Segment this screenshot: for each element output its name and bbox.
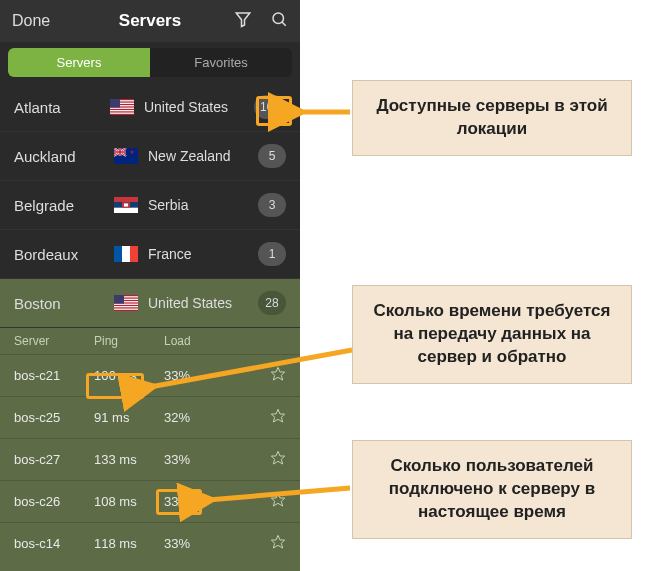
server-name: bos-c14 bbox=[14, 536, 94, 551]
flag-icon bbox=[110, 99, 134, 115]
flag-icon bbox=[114, 246, 138, 262]
server-ping: 133 ms bbox=[94, 452, 164, 467]
svg-rect-25 bbox=[114, 304, 138, 305]
location-row[interactable]: Bordeaux France 1 bbox=[0, 230, 300, 279]
svg-marker-31 bbox=[271, 451, 284, 464]
svg-point-1 bbox=[273, 13, 284, 24]
location-city: Boston bbox=[14, 295, 114, 312]
callout-available-servers: Доступные серверы в этой локации bbox=[352, 80, 632, 156]
svg-rect-20 bbox=[130, 246, 138, 262]
flag-icon bbox=[114, 148, 138, 164]
server-ping: 108 ms bbox=[94, 494, 164, 509]
svg-rect-9 bbox=[110, 113, 134, 114]
server-row[interactable]: bos-c14 118 ms 33% bbox=[0, 522, 300, 564]
highlight-ping bbox=[86, 373, 144, 399]
location-list: Atlanta United States 100 Auckland New Z… bbox=[0, 83, 300, 328]
server-count-badge: 1 bbox=[258, 242, 286, 266]
arrow-3 bbox=[200, 478, 355, 512]
svg-rect-8 bbox=[110, 110, 134, 111]
server-ping: 118 ms bbox=[94, 536, 164, 551]
svg-marker-30 bbox=[271, 409, 284, 422]
filter-icon[interactable] bbox=[234, 10, 252, 32]
svg-rect-10 bbox=[110, 99, 120, 108]
svg-marker-0 bbox=[236, 13, 250, 27]
svg-rect-17 bbox=[124, 204, 128, 207]
server-count-badge: 28 bbox=[258, 291, 286, 315]
server-name: bos-c21 bbox=[14, 368, 94, 383]
svg-line-37 bbox=[150, 350, 352, 387]
server-load: 33% bbox=[164, 452, 224, 467]
svg-marker-33 bbox=[271, 535, 284, 548]
svg-rect-7 bbox=[110, 108, 134, 109]
svg-rect-15 bbox=[114, 208, 138, 213]
svg-rect-26 bbox=[114, 306, 138, 307]
server-name: bos-c27 bbox=[14, 452, 94, 467]
location-city: Belgrade bbox=[14, 197, 114, 214]
server-count-badge: 5 bbox=[258, 144, 286, 168]
location-country: New Zealand bbox=[148, 148, 258, 164]
tab-servers[interactable]: Servers bbox=[8, 48, 150, 77]
done-button[interactable]: Done bbox=[12, 12, 50, 30]
location-country: United States bbox=[148, 295, 258, 311]
svg-rect-19 bbox=[122, 246, 130, 262]
location-country: Serbia bbox=[148, 197, 258, 213]
highlight-server-count bbox=[256, 96, 292, 126]
server-count-badge: 3 bbox=[258, 193, 286, 217]
location-city: Bordeaux bbox=[14, 246, 114, 263]
location-row-expanded[interactable]: Boston United States 28 bbox=[0, 279, 300, 328]
server-ping: 91 ms bbox=[94, 410, 164, 425]
arrow-2 bbox=[142, 345, 357, 399]
search-icon[interactable] bbox=[270, 10, 288, 32]
location-row[interactable]: Belgrade Serbia 3 bbox=[0, 181, 300, 230]
location-city: Auckland bbox=[14, 148, 114, 165]
location-country: United States bbox=[144, 99, 254, 115]
col-server: Server bbox=[14, 334, 94, 348]
server-load: 32% bbox=[164, 410, 224, 425]
page-title: Servers bbox=[119, 11, 181, 31]
svg-rect-18 bbox=[114, 246, 122, 262]
tab-favorites[interactable]: Favorites bbox=[150, 48, 292, 77]
server-row[interactable]: bos-c27 133 ms 33% bbox=[0, 438, 300, 480]
flag-icon bbox=[114, 197, 138, 213]
svg-rect-13 bbox=[114, 197, 138, 202]
server-name: bos-c26 bbox=[14, 494, 94, 509]
svg-line-39 bbox=[208, 488, 350, 500]
favorite-star-icon[interactable] bbox=[224, 408, 286, 427]
arrow-1 bbox=[290, 102, 360, 126]
svg-rect-27 bbox=[114, 309, 138, 310]
server-load: 33% bbox=[164, 536, 224, 551]
flag-icon bbox=[114, 295, 138, 311]
svg-line-2 bbox=[282, 22, 286, 26]
callout-load-explain: Сколько пользователей подключено к серве… bbox=[352, 440, 632, 539]
location-row[interactable]: Atlanta United States 100 bbox=[0, 83, 300, 132]
favorite-star-icon[interactable] bbox=[224, 450, 286, 469]
callout-ping-explain: Сколько времени требуется на передачу да… bbox=[352, 285, 632, 384]
tab-bar: Servers Favorites bbox=[8, 48, 292, 77]
server-row[interactable]: bos-c25 91 ms 32% bbox=[0, 396, 300, 438]
svg-rect-28 bbox=[114, 295, 124, 304]
location-city: Atlanta bbox=[14, 99, 110, 116]
favorite-star-icon[interactable] bbox=[224, 534, 286, 553]
server-name: bos-c25 bbox=[14, 410, 94, 425]
location-row[interactable]: Auckland New Zealand 5 bbox=[0, 132, 300, 181]
header-bar: Done Servers bbox=[0, 0, 300, 42]
location-country: France bbox=[148, 246, 258, 262]
highlight-load bbox=[156, 489, 202, 515]
